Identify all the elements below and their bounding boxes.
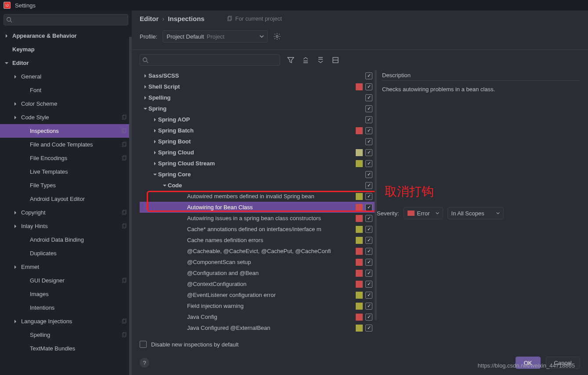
- inspection-row[interactable]: Spring Core: [140, 169, 377, 180]
- copy-icon: [121, 155, 127, 161]
- sidebar-item[interactable]: Font: [0, 83, 132, 97]
- sidebar-item[interactable]: Editor: [0, 56, 132, 70]
- expand-all-icon[interactable]: [302, 57, 309, 64]
- sidebar-item[interactable]: Inlay Hints: [0, 219, 132, 233]
- inspection-checkbox[interactable]: [365, 94, 372, 101]
- inspection-row[interactable]: Cache* annotations defined on interfaces…: [140, 224, 377, 235]
- inspection-checkbox[interactable]: [365, 182, 372, 189]
- sidebar-item[interactable]: Duplicates: [0, 246, 132, 260]
- inspection-row[interactable]: Spring: [140, 103, 377, 114]
- window-title: Settings: [15, 2, 36, 9]
- sidebar-item[interactable]: Code Style: [0, 111, 132, 124]
- collapse-all-icon[interactable]: [317, 57, 324, 64]
- sidebar-item[interactable]: Spelling: [0, 328, 132, 342]
- inspection-checkbox[interactable]: [365, 105, 372, 112]
- sidebar-item[interactable]: Language Injections: [0, 314, 132, 328]
- sidebar-item[interactable]: GUI Designer: [0, 274, 132, 287]
- sidebar-item[interactable]: File Encodings: [0, 151, 132, 165]
- inspection-row[interactable]: @Configuration and @Bean: [140, 268, 377, 279]
- inspection-checkbox[interactable]: [365, 303, 372, 310]
- inspection-checkbox[interactable]: [365, 149, 372, 156]
- inspection-checkbox[interactable]: [365, 215, 372, 222]
- inspection-row[interactable]: Spring Cloud: [140, 147, 377, 158]
- inspection-checkbox[interactable]: [365, 193, 372, 200]
- disable-new-checkbox[interactable]: [140, 341, 147, 348]
- inspection-row[interactable]: @ContextConfiguration: [140, 279, 377, 289]
- inspection-checkbox[interactable]: [365, 237, 372, 244]
- inspection-row[interactable]: Autowiring for Bean Class: [140, 202, 377, 213]
- breadcrumb-inspections: Inspections: [168, 15, 204, 22]
- inspection-row[interactable]: Field injection warning: [140, 300, 377, 311]
- sidebar-item[interactable]: Appearance & Behavior: [0, 29, 132, 43]
- inspection-row[interactable]: @ComponentScan setup: [140, 257, 377, 268]
- inspection-checkbox[interactable]: [365, 325, 372, 332]
- inspection-row[interactable]: Autowired members defined in invalid Spr…: [140, 191, 377, 202]
- sidebar-item[interactable]: Android Layout Editor: [0, 192, 132, 206]
- severity-color-icon: [356, 83, 363, 90]
- sidebar-item[interactable]: Android Data Binding: [0, 233, 132, 246]
- cancel-button[interactable]: Cancel: [546, 357, 580, 369]
- sidebar-item[interactable]: Color Scheme: [0, 97, 132, 111]
- reset-icon[interactable]: [332, 57, 339, 64]
- copy-icon: [227, 16, 233, 22]
- sidebar-item-label: Android Data Binding: [30, 236, 127, 243]
- sidebar-item-label: Emmet: [21, 264, 127, 270]
- inspection-row[interactable]: Java Config: [140, 311, 377, 322]
- inspection-checkbox[interactable]: [365, 281, 372, 288]
- inspection-checkbox[interactable]: [365, 127, 372, 134]
- inspection-row[interactable]: @EventListener configuration error: [140, 289, 377, 300]
- sidebar-item[interactable]: Copyright: [0, 206, 132, 219]
- inspection-checkbox[interactable]: [365, 270, 372, 277]
- sidebar-item[interactable]: Keymap: [0, 43, 132, 56]
- chevron-down-icon: [436, 211, 439, 215]
- inspection-checkbox[interactable]: [365, 259, 372, 266]
- inspection-checkbox[interactable]: [365, 116, 372, 123]
- inspection-row[interactable]: Cache names definition errors: [140, 235, 377, 246]
- inspection-checkbox[interactable]: [365, 138, 372, 145]
- scopes-select[interactable]: In All Scopes: [447, 207, 504, 219]
- inspection-row[interactable]: Spring Boot: [140, 136, 377, 147]
- copy-icon: [121, 332, 127, 338]
- sidebar-item[interactable]: Inspections: [0, 124, 132, 138]
- settings-search-input[interactable]: [4, 14, 128, 25]
- filter-icon[interactable]: [287, 57, 294, 64]
- inspection-checkbox[interactable]: [365, 226, 372, 233]
- inspection-row[interactable]: Spring Batch: [140, 125, 377, 136]
- sidebar-item[interactable]: Images: [0, 287, 132, 301]
- inspection-checkbox[interactable]: [365, 314, 372, 321]
- inspection-row[interactable]: Java Configured @ExternalBean: [140, 322, 377, 333]
- inspection-checkbox[interactable]: [365, 248, 372, 255]
- inspection-checkbox[interactable]: [365, 292, 372, 299]
- inspection-row[interactable]: Code: [140, 180, 377, 191]
- help-icon[interactable]: ?: [140, 358, 149, 368]
- inspection-row[interactable]: Spring Cloud Stream: [140, 158, 377, 169]
- inspection-row[interactable]: @Cacheable, @CacheEvict, @CachePut, @Cac…: [140, 246, 377, 257]
- inspection-row[interactable]: Shell Script: [140, 81, 377, 92]
- sidebar-item-label: Inspections: [30, 128, 119, 134]
- inspection-checkbox[interactable]: [365, 171, 372, 178]
- ok-button[interactable]: OK: [516, 357, 541, 369]
- breadcrumb-editor[interactable]: Editor: [140, 15, 159, 22]
- sidebar-item[interactable]: Intentions: [0, 301, 132, 314]
- profile-select[interactable]: Project Default Project: [162, 30, 268, 43]
- sidebar-item[interactable]: TextMate Bundles: [0, 342, 132, 355]
- severity-color-icon: [356, 127, 363, 134]
- inspection-row[interactable]: Sass/SCSS: [140, 70, 377, 81]
- severity-color-icon: [356, 160, 363, 167]
- inspection-checkbox[interactable]: [365, 160, 372, 167]
- inspection-checkbox[interactable]: [365, 72, 372, 79]
- inspection-checkbox[interactable]: [365, 204, 372, 211]
- severity-select[interactable]: Error: [404, 207, 443, 219]
- sidebar-item[interactable]: Live Templates: [0, 165, 132, 179]
- inspection-row[interactable]: Spelling: [140, 92, 377, 103]
- sidebar-item[interactable]: File Types: [0, 179, 132, 192]
- inspection-row[interactable]: Spring AOP: [140, 114, 377, 125]
- inspection-tree[interactable]: Sass/SCSSShell ScriptSpellingSpringSprin…: [140, 70, 377, 338]
- sidebar-item[interactable]: General: [0, 70, 132, 83]
- inspection-search-input[interactable]: [140, 54, 280, 66]
- sidebar-item[interactable]: Emmet: [0, 260, 132, 274]
- gear-icon[interactable]: [273, 32, 281, 40]
- inspection-checkbox[interactable]: [365, 83, 372, 90]
- sidebar-item[interactable]: File and Code Templates: [0, 138, 132, 151]
- inspection-row[interactable]: Autowiring issues in a spring bean class…: [140, 213, 377, 224]
